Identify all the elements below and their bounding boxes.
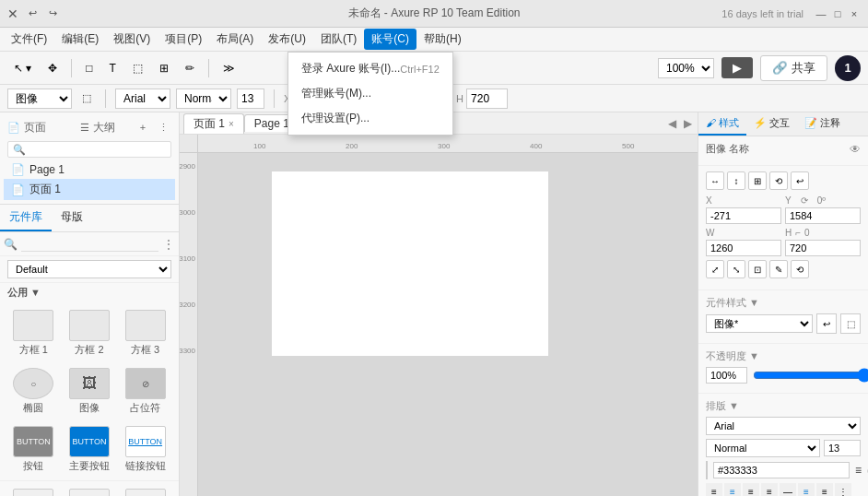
connect-tool-btn[interactable]: ✥ — [41, 58, 64, 78]
comp-link-button[interactable]: BUTTON 链接按钮 — [119, 422, 171, 477]
tab-components[interactable]: 元件库 — [0, 205, 52, 231]
h-input[interactable] — [466, 89, 508, 109]
menu-edit[interactable]: 编辑(E) — [54, 29, 106, 50]
undo-btn[interactable]: ↩ — [26, 7, 39, 20]
comp-h2[interactable]: H2 H2 — [64, 485, 116, 496]
align-bottom-btn[interactable]: ≡ — [816, 483, 833, 496]
menu-view[interactable]: 视图(V) — [106, 29, 158, 50]
grid-btn[interactable]: ⊞ — [748, 171, 767, 190]
minimize-btn[interactable]: — — [815, 7, 827, 20]
zoom-select[interactable]: 100% — [658, 58, 714, 78]
align-left-btn[interactable]: ≡ — [706, 483, 722, 496]
menu-account[interactable]: 账号(C) — [364, 29, 416, 50]
comp-more-btn[interactable]: ⋮ — [162, 237, 175, 252]
close-btn[interactable]: × — [848, 7, 861, 20]
comp-primary-button[interactable]: BUTTON 主要按钮 — [64, 422, 116, 477]
size-icon-5[interactable]: ⟲ — [791, 260, 809, 278]
comp-image[interactable]: 🖼 图像 — [64, 364, 116, 419]
flip-v-btn[interactable]: ↕ — [727, 171, 745, 190]
add-page-btn[interactable]: + — [135, 119, 151, 136]
widget-tool-btn[interactable]: ⬚ — [126, 58, 149, 78]
tab-note[interactable]: 📝 注释 — [797, 112, 848, 136]
share-button[interactable]: 🔗 样式 共享 — [760, 55, 827, 81]
y-position-input[interactable] — [785, 207, 861, 224]
menu-team[interactable]: 团队(T) — [313, 29, 364, 50]
select-tool-btn[interactable]: ↖ ▾ — [7, 58, 38, 78]
align-right-btn[interactable]: ≡ — [743, 483, 759, 496]
comp-button[interactable]: BUTTON 按钮 — [7, 422, 60, 477]
widget-style-btn2[interactable]: ⬚ — [840, 313, 861, 334]
menu-manage-account[interactable]: 管理账号(M)... — [288, 81, 452, 106]
color-swatch[interactable] — [706, 461, 708, 479]
widget-style-btn1[interactable]: ↩ — [816, 313, 837, 334]
reset-btn[interactable]: ↩ — [791, 171, 809, 190]
canvas-tab-page1[interactable]: 页面 1 × — [183, 113, 244, 134]
widget-style-select[interactable]: 图像* — [706, 314, 813, 333]
comp-ellipse[interactable]: ○ 椭圆 — [7, 364, 60, 419]
color-input[interactable] — [713, 462, 850, 478]
comp-h1[interactable]: H1 H1 — [7, 485, 60, 496]
pen-tool-btn[interactable]: ✏ — [179, 58, 201, 78]
comp-box3[interactable]: 方框 3 — [119, 306, 171, 360]
pages-search-input[interactable] — [7, 141, 171, 158]
align-center-btn[interactable]: ≡ — [724, 483, 741, 496]
pages-more-btn[interactable]: ⋮ — [155, 119, 171, 136]
preview-button[interactable]: ▶ — [721, 57, 753, 78]
tab-interaction[interactable]: ⚡ 交互 — [746, 112, 797, 136]
more-tools-btn[interactable]: ≫ — [217, 58, 241, 78]
size-icon-4[interactable]: ✎ — [769, 260, 788, 278]
menu-project[interactable]: 项目(P) — [158, 29, 209, 50]
font-size-input[interactable] — [237, 89, 264, 109]
comp-placeholder[interactable]: ⊘ 占位符 — [119, 364, 171, 419]
h-size-input[interactable] — [785, 240, 861, 256]
text-tool-btn[interactable]: T — [103, 58, 123, 78]
font-size-right-input[interactable] — [824, 440, 861, 456]
size-icon-3[interactable]: ⊡ — [748, 260, 767, 278]
comp-filter-select[interactable]: Default — [7, 260, 171, 278]
canvas-background[interactable] — [198, 153, 698, 496]
page-item-page1[interactable]: 📄 Page 1 — [4, 160, 175, 179]
comp-box2[interactable]: 方框 2 — [64, 306, 116, 360]
flip-h-btn[interactable]: ↔ — [706, 171, 724, 190]
redo-btn[interactable]: ↪ — [46, 7, 59, 20]
element-icon-btn[interactable]: ⬚ — [77, 90, 96, 106]
menu-help[interactable]: 帮助(H) — [416, 29, 469, 50]
comp-box1[interactable]: 方框 1 — [7, 306, 60, 360]
size-icon-2[interactable]: ⤡ — [727, 260, 745, 278]
element-type-select[interactable]: 图像 — [7, 89, 72, 109]
toggle-right-panel-btn[interactable]: ▶ — [682, 115, 694, 132]
w-size-input[interactable] — [706, 240, 781, 256]
align-middle-btn[interactable]: ≡ — [798, 483, 815, 496]
table-tool-btn[interactable]: ⊞ — [153, 58, 175, 78]
comp-category[interactable]: 公用 ▼ — [0, 283, 179, 302]
size-icon-1[interactable]: ⤢ — [706, 260, 724, 278]
align-more-btn[interactable]: ⋮ — [835, 483, 851, 496]
rotate-btn[interactable]: ⟲ — [769, 171, 788, 190]
menu-layout[interactable]: 布局(A) — [209, 29, 261, 50]
font-family-select[interactable]: Arial — [115, 89, 170, 109]
page-item-page2[interactable]: 📄 页面 1 — [4, 179, 175, 200]
menu-file[interactable]: 文件(F) — [4, 29, 54, 50]
menu-login-axure[interactable]: 登录 Axure 账号(I)... Ctrl+F12 — [288, 56, 452, 81]
comp-search-input[interactable] — [21, 236, 158, 252]
opacity-slider[interactable] — [753, 368, 868, 383]
comp-h3[interactable]: H3 H3 — [119, 485, 171, 496]
menu-proxy-settings[interactable]: 代理设置(P)... — [288, 106, 452, 131]
align-justify-btn[interactable]: ≡ — [761, 483, 778, 496]
tab-masters[interactable]: 母版 — [52, 205, 92, 231]
align-top-btn[interactable]: — — [780, 483, 796, 496]
opacity-input[interactable] — [706, 367, 747, 384]
font-style-right-select[interactable]: Normal — [706, 439, 820, 457]
canvas-content[interactable]: 100 200 300 400 500 2900 3000 3100 3200 … — [180, 135, 698, 496]
maximize-btn[interactable]: □ — [831, 7, 844, 20]
shape-tool-btn[interactable]: □ — [79, 58, 99, 78]
font-family-right-select[interactable]: Arial — [706, 417, 861, 435]
x-position-input[interactable] — [706, 207, 781, 224]
close-tab-page1[interactable]: × — [229, 119, 234, 129]
tab-style[interactable]: 🖌 样式 — [698, 112, 746, 136]
toggle-left-panel-btn[interactable]: ◀ — [666, 115, 678, 132]
visibility-toggle-btn[interactable]: 👁 — [850, 143, 861, 156]
font-style-select[interactable]: Normal — [176, 89, 231, 109]
user-avatar[interactable]: 1 — [835, 55, 861, 81]
menu-publish[interactable]: 发布(U) — [261, 29, 313, 50]
